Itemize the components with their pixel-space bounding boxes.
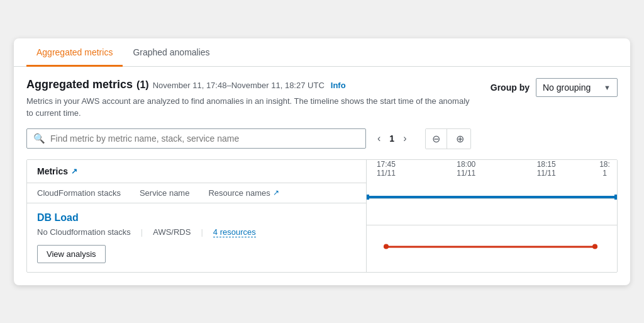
count-badge: (1) bbox=[136, 79, 149, 91]
date-18x: 1 bbox=[602, 169, 607, 178]
prev-page-button[interactable]: ‹ bbox=[374, 130, 384, 147]
date-1745: 11/11 bbox=[377, 169, 396, 178]
metrics-col-label: Metrics bbox=[37, 166, 68, 176]
next-page-button[interactable]: › bbox=[399, 130, 410, 147]
title-text: Aggregated metrics bbox=[26, 78, 133, 91]
metric-name-link[interactable]: DB Load bbox=[37, 212, 356, 224]
resource-external-icon[interactable]: ↗ bbox=[273, 188, 279, 197]
sub-col-resource-label: Resource names bbox=[208, 188, 270, 198]
timeline-header: 17:45 11/11 18:00 11/11 18:15 11/11 18 bbox=[367, 160, 617, 199]
chevron-down-icon: ▼ bbox=[604, 84, 611, 91]
selection-bar[interactable] bbox=[367, 196, 617, 198]
anomaly-line bbox=[384, 246, 597, 247]
group-by-label: Group by bbox=[491, 82, 530, 93]
zoom-controls: ⊖ ⊕ bbox=[425, 128, 471, 149]
time-1800: 18:00 bbox=[457, 160, 475, 169]
sub-columns: CloudFormation stacks Service name Resou… bbox=[27, 183, 366, 203]
page-number: 1 bbox=[389, 133, 394, 144]
table-layout: Metrics ↗ CloudFormation stacks Service … bbox=[27, 160, 617, 272]
external-link-icon[interactable]: ↗ bbox=[71, 167, 77, 176]
metric-row-right bbox=[367, 225, 617, 268]
metrics-col-header: Metrics ↗ bbox=[37, 166, 77, 176]
group-by-select[interactable]: No grouping ▼ bbox=[536, 78, 618, 97]
service-name-value: AWS/RDS bbox=[153, 227, 191, 237]
meta-divider-2: | bbox=[201, 227, 203, 237]
zoom-out-button[interactable]: ⊖ bbox=[426, 129, 447, 149]
sub-col-resource: Resource names ↗ bbox=[208, 188, 279, 198]
cloudformation-value: No Cloudformation stacks bbox=[37, 227, 131, 237]
search-icon: 🔍 bbox=[33, 133, 45, 144]
time-label-1815: 18:15 11/11 bbox=[537, 160, 556, 178]
time-label-1745: 17:45 11/11 bbox=[377, 160, 396, 178]
time-1745: 17:45 bbox=[377, 160, 396, 169]
metric-meta: No Cloudformation stacks | AWS/RDS | 4 r… bbox=[37, 227, 356, 237]
main-title: Aggregated metrics (1) November 11, 17:4… bbox=[26, 78, 478, 91]
selection-handle-left[interactable] bbox=[367, 195, 369, 200]
search-input[interactable] bbox=[50, 133, 359, 144]
col-headers: Metrics ↗ bbox=[27, 160, 366, 183]
main-card: Aggregated metrics Graphed anomalies Agg… bbox=[14, 38, 630, 285]
right-panel: 17:45 11/11 18:00 11/11 18:15 11/11 18 bbox=[367, 160, 617, 272]
selection-bar-container bbox=[367, 196, 617, 198]
time-label-1800: 18:00 11/11 bbox=[457, 160, 475, 178]
zoom-in-button[interactable]: ⊕ bbox=[450, 129, 470, 149]
view-analysis-button[interactable]: View analysis bbox=[37, 245, 106, 263]
pagination: ‹ 1 › bbox=[374, 130, 410, 147]
main-content: Aggregated metrics (1) November 11, 17:4… bbox=[14, 67, 630, 285]
timeline-sub-header bbox=[367, 199, 617, 225]
selection-handle-right[interactable] bbox=[614, 195, 617, 200]
subtitle-text: Metrics in your AWS account are analyzed… bbox=[26, 95, 478, 120]
group-by-value: No grouping bbox=[543, 82, 591, 93]
time-label-18x: 18: 1 bbox=[599, 160, 610, 178]
anomaly-dot-right bbox=[592, 244, 597, 249]
date-1815: 11/11 bbox=[537, 169, 556, 178]
meta-divider-1: | bbox=[141, 227, 143, 237]
anomaly-container bbox=[377, 234, 607, 259]
search-row: 🔍 ‹ 1 › ⊖ ⊕ bbox=[26, 128, 618, 149]
sub-col-cloudformation: CloudFormation stacks bbox=[37, 188, 121, 198]
sub-col-service: Service name bbox=[140, 188, 189, 198]
tab-graphed-anomalies[interactable]: Graphed anomalies bbox=[123, 38, 219, 67]
info-link[interactable]: Info bbox=[331, 81, 346, 90]
metric-row-left: DB Load No Cloudformation stacks | AWS/R… bbox=[27, 203, 367, 272]
tabs-bar: Aggregated metrics Graphed anomalies bbox=[14, 38, 630, 67]
group-by-area: Group by No grouping ▼ bbox=[491, 78, 618, 97]
left-panel: Metrics ↗ CloudFormation stacks Service … bbox=[27, 160, 367, 272]
resources-link[interactable]: 4 resources bbox=[213, 227, 256, 237]
title-area: Aggregated metrics (1) November 11, 17:4… bbox=[26, 78, 478, 120]
tab-aggregated-metrics[interactable]: Aggregated metrics bbox=[26, 38, 123, 67]
anomaly-dot-left bbox=[384, 244, 389, 249]
time-1815: 18:15 bbox=[537, 160, 556, 169]
time-18x: 18: bbox=[599, 160, 610, 169]
header-row: Aggregated metrics (1) November 11, 17:4… bbox=[26, 78, 618, 120]
metrics-table: Metrics ↗ CloudFormation stacks Service … bbox=[26, 159, 618, 273]
search-box: 🔍 bbox=[26, 128, 366, 149]
date-1800: 11/11 bbox=[457, 169, 475, 178]
date-range: November 11, 17:48–November 11, 18:27 UT… bbox=[153, 81, 325, 90]
